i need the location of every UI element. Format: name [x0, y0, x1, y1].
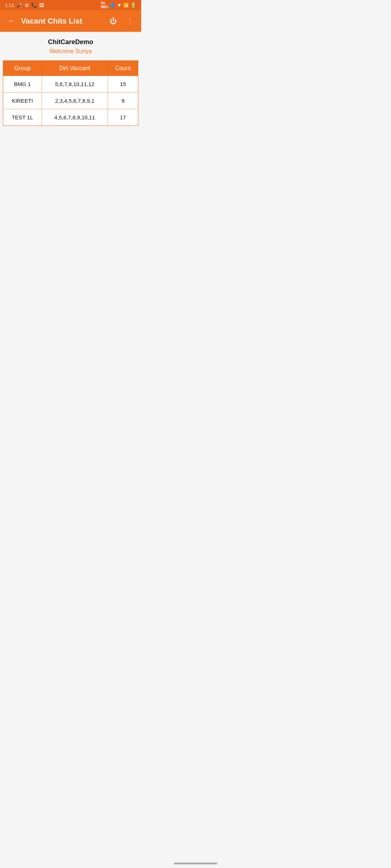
power-button[interactable]: ⏻ — [106, 14, 120, 28]
status-time: 1:11 🎤 🖥 📞 🖼 — [5, 3, 44, 8]
chits-data-table: Group Dirt.Vaccant Count BMG 15,6,7,8,10… — [3, 61, 138, 125]
wifi-icon: ▼ — [117, 3, 122, 8]
bluetooth-icon: 🔷 — [110, 3, 115, 8]
app-bar-actions: ⏻ ⋮ — [106, 14, 137, 28]
vowifi-icon: VoWiFi — [101, 1, 108, 9]
mic-icon: 🎤 — [16, 3, 22, 8]
phone-icon: 📞 — [31, 3, 37, 8]
app-bar: ← Vacant Chits List ⏻ ⋮ — [0, 10, 141, 32]
cell-count: 9 — [108, 93, 138, 109]
page-title: Vacant Chits List — [21, 17, 106, 25]
back-button[interactable]: ← — [4, 14, 19, 28]
table-row[interactable]: BMG 15,6,7,8,10,11,1215 — [3, 76, 138, 93]
table-header: Group Dirt.Vaccant Count — [3, 61, 138, 76]
status-bar: 1:11 🎤 🖥 📞 🖼 VoWiFi 🔷 ▼ 📶 🔋 — [0, 0, 141, 10]
screen-icon: 🖥 — [24, 3, 29, 8]
col-dirt-vaccant: Dirt.Vaccant — [42, 61, 108, 76]
cell-group: KIREETI — [3, 93, 42, 109]
table-header-row: Group Dirt.Vaccant Count — [3, 61, 138, 76]
col-group: Group — [3, 61, 42, 76]
cell-count: 17 — [108, 109, 138, 126]
page-content: ChitCareDemo Welcome Suriya Group Dirt.V… — [0, 32, 141, 126]
status-icons: VoWiFi 🔷 ▼ 📶 🔋 — [101, 1, 136, 9]
cell-dirt-vaccant: 2,3,4,5,6,7,8,9,1 — [42, 93, 108, 109]
cell-group: BMG 1 — [3, 76, 42, 93]
image-icon: 🖼 — [39, 3, 44, 8]
welcome-user: Suriya — [75, 48, 92, 54]
cell-group: TEST 1L — [3, 109, 42, 126]
table-row[interactable]: TEST 1L4,5,6,7,8,9,10,1117 — [3, 109, 138, 126]
chits-table: Group Dirt.Vaccant Count BMG 15,6,7,8,10… — [3, 60, 138, 126]
more-options-button[interactable]: ⋮ — [123, 14, 137, 28]
table-body: BMG 15,6,7,8,10,11,1215KIREETI2,3,4,5,6,… — [3, 76, 138, 125]
welcome-text: Welcome Suriya — [3, 48, 138, 55]
col-count: Count — [108, 61, 138, 76]
cell-dirt-vaccant: 5,6,7,8,10,11,12 — [42, 76, 108, 93]
signal-icon: 📶 — [123, 3, 129, 8]
battery-icon: 🔋 — [130, 3, 136, 8]
company-name: ChitCareDemo — [3, 38, 138, 46]
welcome-prefix: Welcome — [50, 48, 75, 54]
table-row[interactable]: KIREETI2,3,4,5,6,7,8,9,19 — [3, 93, 138, 109]
cell-dirt-vaccant: 4,5,6,7,8,9,10,11 — [42, 109, 108, 126]
cell-count: 15 — [108, 76, 138, 93]
time-display: 1:11 — [5, 3, 14, 8]
